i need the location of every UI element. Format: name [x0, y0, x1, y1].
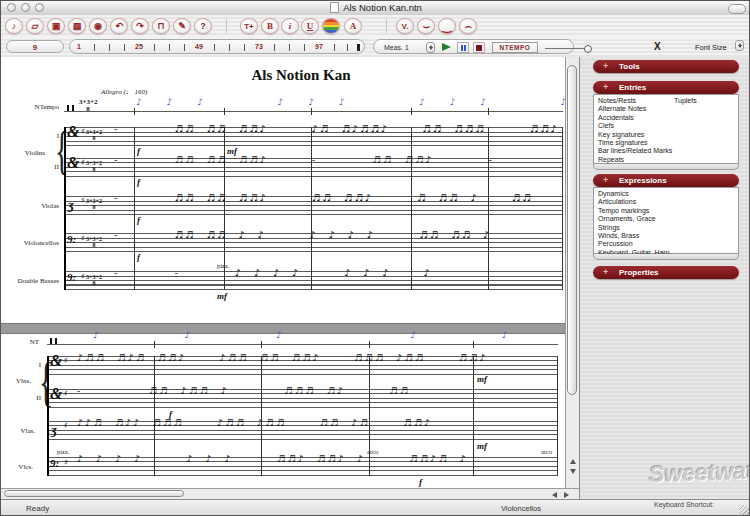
toolbar-toggle-button[interactable] — [728, 4, 746, 14]
key-signature: ♯ — [64, 421, 68, 430]
properties-panel-header[interactable]: +Properties — [593, 266, 739, 279]
expression-item-tempo-markings[interactable]: Tempo markings — [598, 207, 738, 215]
vertical-scrollbar-thumb[interactable] — [567, 65, 577, 395]
entry-item-alternate-notes[interactable]: Alternate Notes — [598, 105, 738, 113]
ruler-tick — [334, 44, 335, 51]
ntempo-barline-tick — [411, 108, 412, 115]
redo-icon[interactable]: ↷ — [131, 18, 149, 34]
expand-icon[interactable]: + — [603, 174, 608, 187]
color-picker-icon[interactable] — [322, 18, 340, 34]
expression-item-winds-brass[interactable]: Winds, Brass — [598, 232, 738, 240]
staff-ntempo[interactable] — [47, 344, 558, 345]
horizontal-scrollbar-thumb[interactable] — [4, 490, 184, 497]
help-icon[interactable]: ? — [194, 18, 212, 34]
underline-button[interactable]: U — [301, 18, 319, 34]
font-button[interactable]: A — [344, 18, 362, 34]
tempo-slider-thumb[interactable] — [584, 45, 592, 53]
entries-panel-header[interactable]: +Entries — [593, 81, 739, 94]
page-number-box[interactable]: 9 — [6, 40, 64, 53]
ntempo-button[interactable]: NTEMPO — [492, 42, 538, 53]
font-size-stepper[interactable] — [735, 40, 744, 51]
scroll-up-icon[interactable] — [570, 459, 576, 464]
ruler-position-marker[interactable] — [357, 44, 360, 51]
basses-notes[interactable]: - - ♪ ♪ ♪ ♪ ♪ ♪ ♪ ♪ — [114, 267, 562, 278]
ruler-tick — [184, 44, 185, 51]
scroll-left-icon[interactable] — [552, 492, 557, 498]
italic-button[interactable]: i — [281, 18, 299, 34]
expand-icon[interactable]: + — [603, 81, 608, 94]
time-signature: 3+3+28 — [85, 199, 103, 210]
voice-button[interactable]: V. — [396, 18, 414, 34]
entry-item-bar-lines[interactable]: Bar lines/Related Marks — [598, 147, 738, 155]
entries-panel: Notes/Rests Alternate Notes Accidentals … — [593, 94, 739, 164]
ntempo-notes[interactable]: ♪ ♪ ♪ ♪ ♪ ♪ ♪ — [93, 330, 565, 340]
tools-panel-header[interactable]: +Tools — [593, 60, 739, 73]
expand-icon[interactable]: + — [603, 266, 608, 279]
staff-label-basses: Double Basses — [1, 277, 59, 285]
resize-grip[interactable] — [739, 505, 749, 515]
scroll-right-icon[interactable] — [564, 492, 569, 498]
expression-item-percussion[interactable]: Percussion — [598, 240, 738, 248]
palette-close-button[interactable]: X — [654, 41, 661, 52]
staff-group-label-violins: Violins — [1, 149, 45, 157]
measure-ruler[interactable]: 1 25 49 73 97 — [69, 39, 365, 54]
open-icon[interactable]: ▱ — [26, 18, 44, 34]
entry-item-notes-rests[interactable]: Notes/Rests — [598, 97, 738, 105]
ntempo-barline-tick — [134, 108, 135, 115]
pizzicato-marking: pizz. — [217, 262, 229, 269]
lock-icon[interactable]: ⊓ — [152, 18, 170, 34]
staff-label-violas: Vlas. — [1, 427, 35, 435]
time-signature: 3+3+28 — [85, 161, 103, 172]
cellos-notes[interactable]: ♪ ♪ ♪ ♪ ♪ ♪ ♪ ♬♬♪ ♬♬♪ ♪ ♬♬♪♬ ♪ — [77, 453, 557, 464]
keyboard-shortcut-label: Keyboard Shortcut: — [654, 501, 714, 508]
entry-item-clefs[interactable]: Clefs — [598, 122, 738, 130]
entry-item-tuplets[interactable]: Tuplets — [674, 97, 697, 104]
score-canvas[interactable]: Als Notion Kan Allegro (♩ 160) NTempo 3+… — [1, 57, 565, 488]
expression-item-dynamics[interactable]: Dynamics — [598, 190, 738, 198]
expression-item-strings[interactable]: Strings — [598, 224, 738, 232]
staff-label-violin2: II — [1, 394, 41, 402]
violas-notes[interactable]: ♪♪♬ ♬♪♪ ♬♬♬ ♪♬♬ ♪♬♬ ♬♬ ♪♬ ♬♬♪ — [77, 417, 557, 428]
ruler-number: 25 — [131, 43, 147, 50]
slur-up-icon[interactable]: ⌢ — [459, 18, 477, 34]
print-icon[interactable]: ▤ — [68, 18, 86, 34]
pause-icon[interactable] — [457, 42, 469, 53]
cellos-notes[interactable]: - ♬♬ ♬♬ ♪ ♪ ♪ ♪ ♪ ♪ ♬♬ ♬♬ ♪ — [114, 229, 562, 240]
play-icon[interactable] — [442, 43, 451, 51]
view-eye-icon[interactable]: ◉ — [89, 18, 107, 34]
violin2-notes[interactable]: - ♬♬ ♬♬ ♬♬♪ - ♬♬ ♬♬♪ - — [114, 154, 562, 165]
pen-icon[interactable]: ✎ — [173, 18, 191, 34]
expression-item-articulations[interactable]: Articulations — [598, 198, 738, 206]
treble-clef-icon: & — [50, 352, 62, 370]
expression-item-ornaments-grace[interactable]: Ornaments, Grace — [598, 215, 738, 223]
tie-icon[interactable]: ‿ — [438, 18, 456, 34]
expressions-panel-header[interactable]: +Expressions — [593, 174, 739, 187]
alto-clef-icon: ʒ — [68, 197, 74, 213]
vertical-scrollbar[interactable] — [565, 57, 579, 488]
bold-button[interactable]: B — [261, 18, 279, 34]
scroll-down-icon[interactable] — [570, 469, 576, 474]
save-icon[interactable]: ▣ — [47, 18, 65, 34]
entry-item-time-signatures[interactable]: Time signatures — [598, 139, 738, 147]
violin2-notes[interactable]: - ♬♬ ♪♬♬ ♪ ♬♬♬ ♬♪ ♬♬ — [77, 385, 557, 396]
slur-down-icon[interactable]: ⌣ — [417, 18, 435, 34]
bass-clef-icon: 9: — [50, 457, 59, 469]
ruler-tick — [94, 44, 95, 51]
expand-icon[interactable]: + — [603, 60, 608, 73]
add-text-button[interactable]: T+ — [240, 18, 258, 34]
measure-stepper[interactable] — [426, 42, 435, 53]
undo-icon[interactable]: ↶ — [110, 18, 128, 34]
entry-item-accidentals[interactable]: Accidentals — [598, 114, 738, 122]
time-signature: 3+3+28 — [79, 99, 97, 112]
ruler-tick — [229, 44, 230, 51]
horizontal-scrollbar[interactable] — [1, 488, 579, 499]
ntempo-notes[interactable]: ♪ ♪ ♪ ♪ ♪ ♪ ♪ ♪ ♪ ♪ ♪ ♪ — [136, 97, 565, 107]
entry-item-repeats[interactable]: Repeats — [598, 156, 738, 164]
note-icon[interactable]: ♪ — [5, 18, 23, 34]
ruler-tick — [304, 44, 305, 51]
violas-notes[interactable]: - ♬♬ ♬♬ ♬♬♪ ♬♬ ♬♬♪ ♬ ♬♬ ♪ ♬♬ — [114, 192, 562, 203]
violin1-notes[interactable]: - ♬♬ ♬♬ ♬♬♪ ♪♬ ♬♪♬♬♪ ♬♬ ♬♬♬ ♬♬♪ — [114, 123, 562, 134]
entry-item-key-signatures[interactable]: Key signatures — [598, 131, 738, 139]
violin1-notes[interactable]: ♪♬♬ ♬♪♬ ♬♬♪ ♪♬♬ ♬♬ ♬♬♪ ♬♬♬ ♪♬♬ ♬♬♪ — [77, 352, 557, 363]
stop-icon[interactable] — [473, 42, 485, 53]
